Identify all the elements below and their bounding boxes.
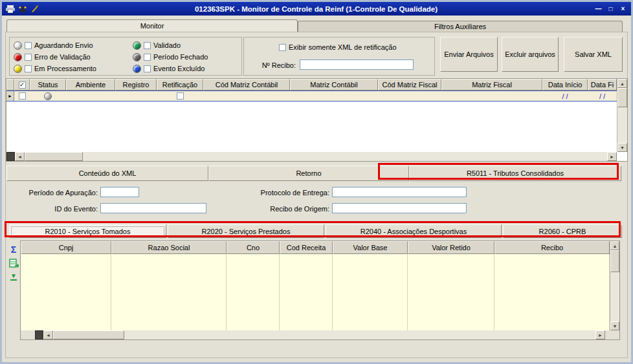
- tab-filtros-auxiliares[interactable]: Filtros Auxiliares: [298, 21, 623, 32]
- scroll-left-icon[interactable]: ◄: [43, 330, 53, 339]
- col-header-razao-social[interactable]: Razao Social: [111, 241, 227, 254]
- row-retificacao-checkbox[interactable]: [177, 92, 184, 100]
- col-header-cod-matriz-fiscal[interactable]: Cód Matriz Fiscal: [378, 79, 441, 91]
- row-cell-cod-matriz-fiscal: [378, 91, 441, 101]
- grid-corner-box: [6, 152, 15, 161]
- sum-button[interactable]: Σ: [8, 244, 19, 255]
- status-legend-group: Aguardando Envio Erro de Validação Em Pr…: [9, 37, 242, 76]
- maximize-button[interactable]: □: [605, 5, 616, 14]
- col-header-data-fim[interactable]: Data Fi: [588, 79, 617, 91]
- printer-icon[interactable]: [5, 5, 15, 13]
- scroll-up-icon[interactable]: ▲: [617, 79, 627, 88]
- scroll-up-icon[interactable]: ▲: [610, 241, 619, 250]
- status-ball-erro-icon: [14, 53, 22, 61]
- legend-checkbox-processamento[interactable]: [25, 65, 32, 72]
- tab-r2040-associacoes-desportivas[interactable]: R2040 - Associações Desportivas: [326, 224, 502, 238]
- xml-retificacao-checkbox[interactable]: [279, 44, 286, 51]
- legend-checkbox-erro[interactable]: [25, 54, 32, 61]
- tab-r2010-servicos-tomados[interactable]: R2010 - Serviços Tomados: [9, 224, 166, 238]
- scroll-left-icon[interactable]: ◄: [15, 152, 25, 161]
- go-to-bottom-button[interactable]: ▼: [8, 271, 19, 283]
- hscroll-thumb[interactable]: [53, 330, 124, 339]
- export-icon: [9, 259, 19, 268]
- tab-r2020-servicos-prestados[interactable]: R2020 - Serviços Prestados: [168, 224, 324, 238]
- wrench-icon[interactable]: [30, 5, 39, 13]
- col-header-registro[interactable]: Registro: [115, 79, 157, 91]
- legend-label-validado: Validado: [153, 41, 181, 49]
- vscroll-track[interactable]: [617, 107, 627, 143]
- scroll-down-icon[interactable]: ▼: [610, 321, 619, 330]
- protocolo-entrega-input[interactable]: [332, 187, 467, 197]
- status-ball-processamento-icon: [14, 65, 22, 73]
- col-header-cod-receita[interactable]: Cod Receita: [280, 241, 333, 254]
- close-button[interactable]: ×: [617, 5, 628, 14]
- col-header-cno[interactable]: Cno: [227, 241, 280, 254]
- monitor-grid-vscrollbar[interactable]: ▲ ▼: [617, 79, 627, 152]
- tab-retorno[interactable]: Retorno: [208, 166, 409, 181]
- legend-label-processamento: Em Processamento: [34, 65, 96, 72]
- legend-item-validado: Validado: [133, 41, 181, 50]
- scroll-right-icon[interactable]: ►: [607, 152, 617, 161]
- tab-r2060-label: R2060 - CPRB: [539, 228, 586, 235]
- col-header-matriz-fiscal[interactable]: Matriz Fiscal: [441, 79, 542, 91]
- select-all-checkbox[interactable]: ✓: [19, 81, 26, 89]
- row-cell-registro: [115, 91, 157, 101]
- col-header-valor-retido[interactable]: Valor Retido: [408, 241, 494, 254]
- tab-monitor[interactable]: Monitor: [6, 19, 298, 32]
- grid-corner-box: [35, 330, 43, 339]
- tab-conteudo-xml[interactable]: Conteúdo do XML: [6, 166, 208, 181]
- minimize-button[interactable]: —: [593, 5, 604, 14]
- col-header-status[interactable]: Status: [30, 79, 66, 91]
- go-to-bottom-icon: ▼: [10, 273, 17, 279]
- tab-r5011-label: R5011 - Tributos Consolidados: [467, 169, 564, 177]
- vscroll-track[interactable]: [610, 272, 619, 321]
- salvar-xml-button[interactable]: Salvar XML: [564, 37, 623, 72]
- col-header-recibo[interactable]: Recibo: [494, 241, 610, 254]
- legend-checkbox-periodo-fechado[interactable]: [144, 54, 151, 61]
- tab-r2060-cprb[interactable]: R2060 - CPRB: [503, 224, 622, 238]
- legend-item-erro: Erro de Validação: [14, 52, 91, 61]
- legend-checkbox-aguardando[interactable]: [25, 42, 32, 49]
- hscroll-thumb[interactable]: [25, 152, 83, 161]
- row-indicator-icon: ►: [6, 91, 14, 101]
- col-header-select[interactable]: ✓: [14, 79, 30, 91]
- body-col-cnpj: [21, 254, 111, 330]
- body-col-cod-receita: [280, 254, 333, 330]
- col-header-cnpj[interactable]: Cnpj: [21, 241, 111, 254]
- row-select-checkbox[interactable]: [19, 92, 26, 100]
- n-recibo-input[interactable]: [300, 59, 414, 70]
- monitor-grid-hscrollbar[interactable]: ◄ ►: [6, 152, 617, 161]
- vscroll-thumb[interactable]: [617, 88, 627, 107]
- col-header-matriz-contabil[interactable]: Matriz Contábil: [290, 79, 378, 91]
- col-header-cod-matriz-contabil[interactable]: Cód Matriz Contábil: [203, 79, 290, 91]
- title-bar: 012363SPK - Monitor de Controle da Reinf…: [2, 2, 631, 16]
- tab-monitor-label: Monitor: [140, 22, 164, 30]
- status-ball-aguardando-icon: [14, 41, 22, 50]
- events-grid-hscrollbar[interactable]: ◄ ►: [35, 330, 605, 339]
- col-header-valor-base[interactable]: Valor Base: [333, 241, 408, 254]
- legend-checkbox-evento-excluido[interactable]: [144, 65, 151, 72]
- vscroll-thumb[interactable]: [610, 250, 619, 272]
- events-grid-vscrollbar[interactable]: ▲ ▼: [610, 241, 619, 330]
- tab-r5011-tributos-consolidados[interactable]: R5011 - Tributos Consolidados: [409, 166, 621, 181]
- hscroll-track[interactable]: [124, 330, 595, 339]
- application-window: 012363SPK - Monitor de Controle da Reinf…: [0, 0, 633, 364]
- periodo-apuracao-input[interactable]: [100, 187, 139, 197]
- hscroll-track[interactable]: [83, 152, 607, 161]
- id-evento-input[interactable]: [100, 203, 206, 213]
- enviar-arquivos-button[interactable]: Enviar Arquivos: [440, 37, 498, 72]
- legend-checkbox-validado[interactable]: [144, 42, 151, 49]
- col-header-ambiente[interactable]: Ambiente: [66, 79, 115, 91]
- export-button[interactable]: [8, 257, 19, 269]
- events-grid-header: Cnpj Razao Social Cno Cod Receita Valor …: [21, 241, 610, 254]
- col-header-data-inicio[interactable]: Data Início: [542, 79, 588, 91]
- paw-icon[interactable]: [17, 5, 27, 13]
- legend-label-evento-excluido: Evento Excluído: [153, 65, 205, 72]
- scroll-right-icon[interactable]: ►: [595, 330, 605, 339]
- row-cell-matriz-fiscal: [441, 91, 542, 101]
- recibo-origem-input[interactable]: [332, 203, 467, 213]
- table-row[interactable]: ► / / / /: [6, 91, 617, 102]
- col-header-retificacao[interactable]: Retificação: [157, 79, 203, 91]
- excluir-arquivos-button[interactable]: Excluir arquivos: [502, 37, 559, 72]
- scroll-down-icon[interactable]: ▼: [617, 143, 627, 152]
